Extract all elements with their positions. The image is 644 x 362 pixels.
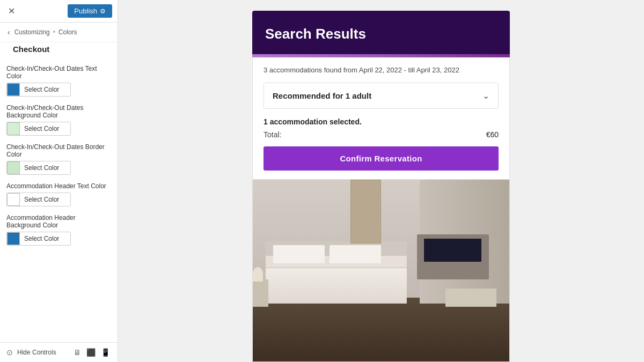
color-row-3: Accommodation Header Text ColorSelect Co… <box>6 182 111 206</box>
select-color-text-0: Select Color <box>20 84 63 95</box>
search-results-header: Search Results <box>252 11 510 57</box>
mobile-icon: 📱 <box>101 348 110 357</box>
color-swatch-button-0[interactable]: Select Color <box>6 83 71 97</box>
breadcrumb-colors: Colors <box>58 28 77 36</box>
color-label-0: Check-In/Check-Out Dates Text Color <box>6 65 111 80</box>
mobile-view-button[interactable]: 📱 <box>100 347 111 358</box>
color-label-1: Check-In/Check-Out Dates Background Colo… <box>6 104 111 119</box>
color-label-4: Accommodation Header Background Color <box>6 214 111 229</box>
color-swatch-1 <box>7 122 20 135</box>
total-value: €60 <box>486 130 499 139</box>
color-swatch-3 <box>7 193 20 206</box>
desk <box>445 289 497 307</box>
color-swatch-2 <box>7 161 20 174</box>
recommended-label: Recommended for 1 adult <box>273 91 371 100</box>
confirm-reservation-button[interactable]: Confirm Reservation <box>264 146 499 171</box>
color-row-2: Check-In/Check-Out Dates Border ColorSel… <box>6 143 111 175</box>
color-swatch-4 <box>7 232 20 245</box>
color-label-2: Check-In/Check-Out Dates Border Color <box>6 143 111 158</box>
top-bar: ✕ Publish ⚙ <box>0 0 118 23</box>
tv-unit <box>417 234 489 280</box>
right-panel: Search Results 3 accommodations found fr… <box>118 0 644 362</box>
panel-content: Check-In/Check-Out Dates Text ColorSelec… <box>0 58 118 342</box>
select-color-text-4: Select Color <box>20 233 63 244</box>
color-swatch-button-1[interactable]: Select Color <box>6 122 71 136</box>
breadcrumb-area: ‹ Customizing • Colors <box>0 23 118 42</box>
hide-controls-icon: ⊙ <box>6 348 13 357</box>
recommended-header[interactable]: Recommended for 1 adult ⌄ <box>264 83 498 108</box>
section-title: Checkout <box>6 42 56 58</box>
color-swatch-button-2[interactable]: Select Color <box>6 161 71 175</box>
select-color-text-1: Select Color <box>20 123 63 134</box>
desktop-view-button[interactable]: 🖥 <box>72 347 82 358</box>
publish-button[interactable]: Publish ⚙ <box>68 4 112 18</box>
desktop-icon: 🖥 <box>74 348 81 357</box>
color-swatch-button-4[interactable]: Select Color <box>6 232 71 246</box>
breadcrumb-customizing: Customizing <box>14 28 50 36</box>
select-color-text-3: Select Color <box>20 194 63 205</box>
color-label-3: Accommodation Header Text Color <box>6 182 111 190</box>
recommended-section: Recommended for 1 adult ⌄ <box>264 83 499 109</box>
bottom-bar: ⊙ Hide Controls 🖥 ⬛ 📱 <box>0 342 118 362</box>
left-panel: ✕ Publish ⚙ ‹ Customizing • Colors Check… <box>0 0 118 362</box>
nightstand <box>253 279 268 307</box>
selection-section: 1 accommodation selected. Total: €60 Con… <box>264 117 499 171</box>
hide-controls-label: Hide Controls <box>17 349 68 356</box>
back-button[interactable]: ‹ <box>6 27 11 38</box>
color-row-0: Check-In/Check-Out Dates Text ColorSelec… <box>6 65 111 97</box>
floor-element <box>253 298 509 361</box>
color-row-1: Check-In/Check-Out Dates Background Colo… <box>6 104 111 136</box>
color-swatch-button-3[interactable]: Select Color <box>6 193 71 206</box>
bed-pillow-left <box>273 245 325 263</box>
lamp <box>253 267 263 282</box>
color-swatch-0 <box>7 83 20 96</box>
wardrobe <box>350 180 381 243</box>
tablet-view-button[interactable]: ⬛ <box>85 347 97 358</box>
tablet-icon: ⬛ <box>86 348 96 357</box>
selection-text: 1 accommodation selected. <box>264 117 499 126</box>
bed-pillow-right <box>330 245 381 263</box>
availability-text: 3 accommodations found from April 22, 20… <box>264 66 499 74</box>
close-button[interactable]: ✕ <box>5 5 18 17</box>
search-results-body: 3 accommodations found from April 22, 20… <box>252 57 510 180</box>
content-area: Search Results 3 accommodations found fr… <box>252 11 510 362</box>
tv-screen <box>424 239 481 261</box>
total-label: Total: <box>264 130 281 139</box>
color-row-4: Accommodation Header Background ColorSel… <box>6 214 111 246</box>
gear-icon: ⚙ <box>100 8 106 15</box>
bed-duvet <box>266 267 407 304</box>
view-icons: 🖥 ⬛ 📱 <box>72 347 111 358</box>
room-image <box>252 180 510 362</box>
publish-label: Publish <box>74 7 97 15</box>
select-color-text-2: Select Color <box>20 162 63 173</box>
total-row: Total: €60 <box>264 130 499 139</box>
chevron-down-icon: ⌄ <box>482 91 489 101</box>
breadcrumb-separator: • <box>53 28 55 36</box>
search-results-title: Search Results <box>265 26 497 42</box>
